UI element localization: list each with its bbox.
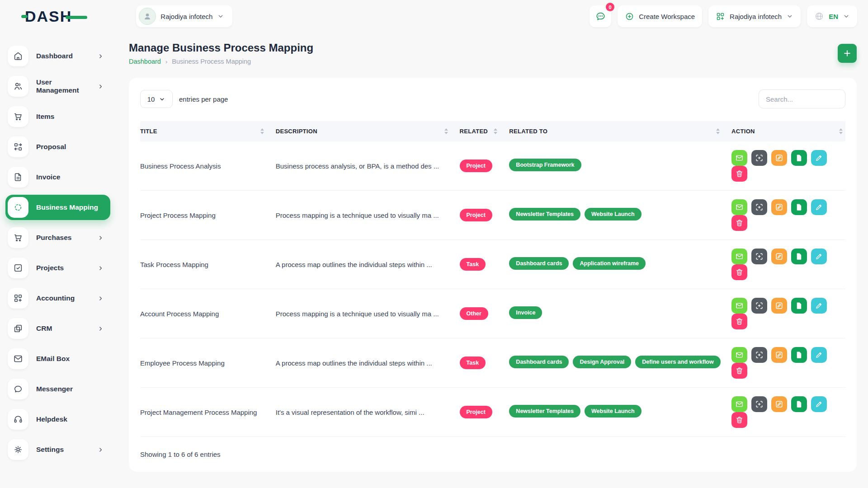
mail-button[interactable]	[731, 249, 747, 264]
avatar	[139, 8, 156, 25]
main-content: Manage Business Process Mapping Dashboar…	[129, 33, 868, 472]
sidebar-item-proposal[interactable]: Proposal	[5, 134, 110, 160]
table-card: 10 entries per page TITLEDESCRIPTIONRELA…	[129, 78, 857, 472]
trash-icon	[735, 268, 744, 277]
logo-text: DASH	[25, 8, 72, 25]
sort-icon[interactable]	[260, 128, 264, 134]
delete-button[interactable]	[731, 412, 747, 428]
related-badge: Project	[460, 406, 492, 418]
chevron-down-icon	[217, 13, 224, 20]
sort-icon[interactable]	[716, 128, 720, 134]
trash-icon	[735, 366, 744, 375]
sort-icon[interactable]	[839, 128, 843, 134]
sidebar-item-invoice[interactable]: Invoice	[5, 164, 110, 190]
sidebar-item-user-management[interactable]: User Management	[5, 74, 110, 99]
sidebar-item-crm[interactable]: CRM	[5, 316, 110, 341]
pen-square-icon	[775, 154, 783, 162]
related-cell: Project	[460, 191, 509, 240]
workspace-name: Rajodiya infotech	[160, 13, 212, 20]
delete-button[interactable]	[731, 314, 747, 329]
edit-note-button[interactable]	[771, 150, 787, 166]
capture-icon	[755, 154, 764, 162]
edit-button[interactable]	[811, 396, 827, 412]
breadcrumb-separator: ›	[165, 58, 167, 65]
mail-button[interactable]	[731, 298, 747, 314]
search-input[interactable]	[759, 89, 845, 108]
pen-square-icon	[775, 252, 783, 261]
edit-button[interactable]	[811, 199, 827, 215]
view-button[interactable]	[751, 199, 767, 215]
sidebar-item-purchases[interactable]: Purchases	[5, 225, 110, 250]
top-header: DASH Rajodiya infotech 0 Create Workspac…	[0, 0, 868, 33]
mail-button[interactable]	[731, 150, 747, 166]
create-workspace-button[interactable]: Create Workspace	[618, 5, 702, 27]
related-to-badge: Website Launch	[585, 208, 642, 221]
mail-button[interactable]	[731, 347, 747, 363]
sidebar-item-helpdesk[interactable]: Helpdesk	[5, 407, 110, 432]
sidebar-item-items[interactable]: Items	[5, 104, 110, 129]
app-logo[interactable]: DASH	[25, 8, 87, 25]
document-button[interactable]	[791, 347, 807, 363]
delete-button[interactable]	[731, 363, 747, 379]
edit-button[interactable]	[811, 249, 827, 264]
edit-note-button[interactable]	[771, 347, 787, 363]
sidebar-item-label: User Management	[36, 78, 90, 94]
cart-icon	[8, 227, 28, 248]
action-cell	[731, 240, 845, 289]
edit-note-button[interactable]	[771, 396, 787, 412]
pen-square-icon	[775, 203, 783, 211]
delete-button[interactable]	[731, 264, 747, 280]
sidebar-item-settings[interactable]: Settings	[5, 437, 110, 462]
document-button[interactable]	[791, 396, 807, 412]
delete-button[interactable]	[731, 166, 747, 182]
notifications-button[interactable]: 0	[590, 5, 611, 27]
view-button[interactable]	[751, 298, 767, 314]
page-title: Manage Business Process Mapping	[129, 42, 313, 54]
edit-note-button[interactable]	[771, 298, 787, 314]
column-header-related-to[interactable]: RELATED TO	[509, 121, 731, 141]
mail-button[interactable]	[731, 199, 747, 215]
mail-button[interactable]	[731, 396, 747, 412]
related-to-cell: Dashboard cardsDesign ApprovalDefine use…	[509, 338, 731, 388]
edit-note-button[interactable]	[771, 199, 787, 215]
column-header-description[interactable]: DESCRIPTION	[276, 121, 460, 141]
table-row: Project Process MappingProcess mapping i…	[140, 191, 845, 240]
view-button[interactable]	[751, 396, 767, 412]
entries-per-page-select[interactable]: 10	[140, 90, 173, 108]
sidebar-item-projects[interactable]: Projects	[5, 255, 110, 281]
file-icon	[8, 167, 28, 188]
sidebar-item-business-mapping[interactable]: Business Mapping	[5, 195, 110, 220]
sidebar-item-messenger[interactable]: Messenger	[5, 376, 110, 402]
sidebar-item-dashboard[interactable]: Dashboard	[5, 43, 110, 69]
related-cell: Project	[460, 388, 509, 437]
sidebar-item-accounting[interactable]: Accounting	[5, 286, 110, 311]
related-badge: Task	[460, 357, 486, 369]
edit-note-button[interactable]	[771, 249, 787, 264]
capture-icon	[755, 400, 764, 408]
delete-button[interactable]	[731, 215, 747, 231]
sidebar-item-label: CRM	[36, 324, 52, 333]
sort-icon[interactable]	[444, 128, 448, 134]
document-button[interactable]	[791, 298, 807, 314]
add-button[interactable]	[838, 44, 857, 63]
column-header-action[interactable]: ACTION	[731, 121, 845, 141]
edit-button[interactable]	[811, 347, 827, 363]
view-button[interactable]	[751, 249, 767, 264]
column-header-related[interactable]: RELATED	[460, 121, 509, 141]
column-header-title[interactable]: TITLE	[140, 121, 276, 141]
view-button[interactable]	[751, 150, 767, 166]
sidebar-item-email-box[interactable]: EMail Box	[5, 346, 110, 371]
sort-icon[interactable]	[494, 128, 497, 134]
view-button[interactable]	[751, 347, 767, 363]
document-button[interactable]	[791, 199, 807, 215]
document-button[interactable]	[791, 150, 807, 166]
pencil-icon	[815, 351, 823, 359]
workspace-selector[interactable]: Rajodiya infotech	[136, 5, 232, 27]
document-button[interactable]	[791, 249, 807, 264]
column-label: RELATED TO	[509, 128, 547, 135]
breadcrumb-dashboard-link[interactable]: Dashboard	[129, 58, 161, 65]
language-dropdown[interactable]: EN	[807, 5, 857, 27]
edit-button[interactable]	[811, 298, 827, 314]
company-dropdown[interactable]: Rajodiya infotech	[708, 5, 801, 27]
edit-button[interactable]	[811, 150, 827, 166]
